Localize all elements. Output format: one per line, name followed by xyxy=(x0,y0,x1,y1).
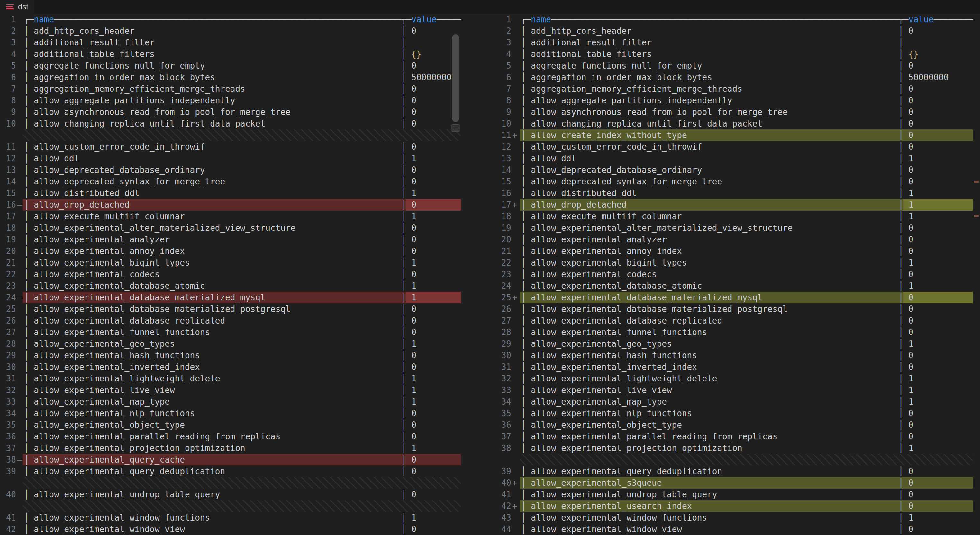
diff-line-row[interactable]: 5│ aggregate_functions_null_for_empty│ 0 xyxy=(0,60,490,72)
diff-line-row[interactable]: 15│ allow_distributed_ddl│ 1 xyxy=(0,187,490,199)
diff-line-row[interactable]: 36│ allow_experimental_parallel_reading_… xyxy=(0,431,490,442)
diff-line-row[interactable]: 38—│ allow_experimental_query_cache│ 0 xyxy=(0,454,490,465)
diff-line-row[interactable]: 15│ allow_deprecated_syntax_for_merge_tr… xyxy=(492,176,980,187)
diff-line-row[interactable]: 39│ allow_experimental_query_deduplicati… xyxy=(492,465,980,477)
table-header-row[interactable]: 1┌─name─────────────────────────────────… xyxy=(492,14,980,25)
diff-line-row[interactable]: 27│ allow_experimental_funnel_functions│… xyxy=(0,326,490,338)
diff-line-row[interactable]: 17+│ allow_drop_detached│ 1 xyxy=(492,199,980,211)
diff-line-row[interactable]: 39│ allow_experimental_query_deduplicati… xyxy=(0,465,490,477)
diff-line-row[interactable]: 9│ allow_asynchronous_read_from_io_pool_… xyxy=(0,106,490,118)
diff-line-row[interactable]: 41│ allow_experimental_undrop_table_quer… xyxy=(492,489,980,500)
diff-line-row[interactable]: 26│ allow_experimental_database_replicat… xyxy=(0,315,490,326)
diff-line-row[interactable]: 28│ allow_experimental_funnel_functions│… xyxy=(492,326,980,338)
diff-line-row[interactable]: 16—│ allow_drop_detached│ 0 xyxy=(0,199,490,211)
diff-line-row[interactable]: 37│ allow_experimental_projection_optimi… xyxy=(0,442,490,454)
line-content: │ allow_experimental_codecs│ 0 xyxy=(24,268,461,280)
diff-line-row[interactable]: 32│ allow_experimental_live_view│ 1 xyxy=(0,384,490,396)
diff-line-row[interactable]: 23│ allow_experimental_database_atomic│ … xyxy=(0,280,490,292)
diff-line-row[interactable]: 25│ allow_experimental_database_material… xyxy=(0,303,490,315)
diff-line-row[interactable]: 21│ allow_experimental_bigint_types│ 1 xyxy=(0,257,490,268)
line-content: │ allow_experimental_undrop_table_query│… xyxy=(24,489,461,500)
diff-line-row[interactable]: 14│ allow_deprecated_syntax_for_merge_tr… xyxy=(0,176,490,187)
diff-line-row[interactable]: 20│ allow_experimental_annoy_index│ 0 xyxy=(0,245,490,257)
value-cell: │ 1 xyxy=(898,384,913,396)
diff-line-row[interactable]: 36│ allow_experimental_object_type│ 0 xyxy=(492,419,980,431)
diff-line-row[interactable]: 31│ allow_experimental_lightweight_delet… xyxy=(0,373,490,384)
diff-line-row[interactable]: 38│ allow_experimental_projection_optimi… xyxy=(492,442,980,454)
diff-line-row[interactable]: 8│ allow_aggregate_partitions_independen… xyxy=(0,95,490,106)
diff-line-row[interactable]: 19│ allow_experimental_alter_materialize… xyxy=(492,222,980,234)
diff-line-row[interactable]: 13│ allow_deprecated_database_ordinary│ … xyxy=(0,164,490,176)
diff-line-row[interactable]: 30│ allow_experimental_hash_functions│ 0 xyxy=(492,350,980,361)
diff-line-row[interactable]: 26│ allow_experimental_database_material… xyxy=(492,303,980,315)
diff-line-row[interactable]: 5│ aggregate_functions_null_for_empty│ 0 xyxy=(492,60,980,72)
diff-line-row[interactable]: 10│ allow_changing_replica_until_first_d… xyxy=(492,118,980,129)
diff-line-row[interactable]: 27│ allow_experimental_database_replicat… xyxy=(492,315,980,326)
diff-line-row[interactable]: 41│ allow_experimental_window_functions│… xyxy=(0,512,490,524)
diff-line-row[interactable]: 40│ allow_experimental_undrop_table_quer… xyxy=(0,489,490,500)
diff-line-row[interactable]: 29│ allow_experimental_hash_functions│ 0 xyxy=(0,350,490,361)
diff-line-row[interactable]: 6│ aggregation_in_order_max_block_bytes│… xyxy=(0,72,490,83)
diff-line-row[interactable]: 28│ allow_experimental_geo_types│ 1 xyxy=(0,338,490,350)
diff-line-row[interactable]: 2│ add_http_cors_header│ 0 xyxy=(0,25,490,37)
diff-line-row[interactable]: 23│ allow_experimental_codecs│ 0 xyxy=(492,268,980,280)
diff-line-row[interactable]: 11+│ allow_create_index_without_type│ 0 xyxy=(492,129,980,141)
diff-line-row[interactable]: 34│ allow_experimental_map_type│ 1 xyxy=(492,396,980,407)
diff-line-row[interactable]: 31│ allow_experimental_inverted_index│ 0 xyxy=(492,361,980,373)
diff-line-row[interactable]: 21│ allow_experimental_annoy_index│ 0 xyxy=(492,245,980,257)
diff-line-row[interactable]: 11│ allow_custom_error_code_in_throwif│ … xyxy=(0,141,490,153)
diff-line-row[interactable]: 12│ allow_custom_error_code_in_throwif│ … xyxy=(492,141,980,153)
diff-line-row[interactable]: 4│ additional_table_filters│ {} xyxy=(492,48,980,60)
setting-name: │ allow_experimental_parallel_reading_fr… xyxy=(24,432,280,441)
diff-line-row[interactable]: 17│ allow_execute_multiif_columnar│ 1 xyxy=(0,211,490,222)
diff-line-row[interactable]: 12│ allow_ddl│ 1 xyxy=(0,153,490,164)
diff-line-row[interactable]: 13│ allow_ddl│ 1 xyxy=(492,153,980,164)
diff-line-row[interactable]: 18│ allow_execute_multiif_columnar│ 1 xyxy=(492,211,980,222)
overview-ruler[interactable] xyxy=(972,14,980,535)
diff-line-row[interactable]: 29│ allow_experimental_geo_types│ 1 xyxy=(492,338,980,350)
diff-line-row[interactable]: 33│ allow_experimental_live_view│ 1 xyxy=(492,384,980,396)
diff-line-row[interactable]: 24│ allow_experimental_database_atomic│ … xyxy=(492,280,980,292)
diff-line-row[interactable]: 7│ aggregation_memory_efficient_merge_th… xyxy=(492,83,980,95)
diff-line-row[interactable]: 8│ allow_aggregate_partitions_independen… xyxy=(492,95,980,106)
diff-line-row[interactable]: 6│ aggregation_in_order_max_block_bytes│… xyxy=(492,72,980,83)
diff-line-row[interactable]: 16│ allow_distributed_ddl│ 1 xyxy=(492,187,980,199)
diff-line-row[interactable]: 33│ allow_experimental_map_type│ 1 xyxy=(0,396,490,407)
diff-line-row[interactable]: 24—│ allow_experimental_database_materia… xyxy=(0,292,490,303)
diff-line-row[interactable]: 43│ allow_experimental_window_functions│… xyxy=(492,512,980,524)
diff-line-row[interactable]: 30│ allow_experimental_inverted_index│ 0 xyxy=(0,361,490,373)
diff-line-row[interactable]: 35│ allow_experimental_nlp_functions│ 0 xyxy=(492,407,980,419)
diff-line-row[interactable]: 34│ allow_experimental_nlp_functions│ 0 xyxy=(0,407,490,419)
diff-line-row[interactable]: 14│ allow_deprecated_database_ordinary│ … xyxy=(492,164,980,176)
value-cell: │ 1 xyxy=(401,384,416,396)
line-content: │ allow_deprecated_syntax_for_merge_tree… xyxy=(521,176,973,187)
diff-line-row[interactable]: 10│ allow_changing_replica_until_first_d… xyxy=(0,118,490,129)
diff-line-row[interactable]: 19│ allow_experimental_analyzer│ 0 xyxy=(0,234,490,245)
diff-line-row[interactable]: 2│ add_http_cors_header│ 0 xyxy=(492,25,980,37)
table-header-row[interactable]: 1┌─name─────────────────────────────────… xyxy=(0,14,490,25)
diff-line-row[interactable]: 44│ allow_experimental_window_view│ 0 xyxy=(492,524,980,535)
tab-dst[interactable]: dst xyxy=(0,0,34,14)
diff-line-row[interactable]: 35│ allow_experimental_object_type│ 0 xyxy=(0,419,490,431)
diff-line-row[interactable]: 7│ aggregation_memory_efficient_merge_th… xyxy=(0,83,490,95)
line-content: │ allow_experimental_s3queue│ 0 xyxy=(521,477,973,489)
diff-line-row[interactable]: 40+│ allow_experimental_s3queue│ 0 xyxy=(492,477,980,489)
diff-line-row[interactable]: 22│ allow_experimental_bigint_types│ 1 xyxy=(492,257,980,268)
diff-line-row[interactable]: 32│ allow_experimental_lightweight_delet… xyxy=(492,373,980,384)
diff-line-row[interactable]: 42│ allow_experimental_window_view│ 0 xyxy=(0,524,490,535)
diff-line-row[interactable]: 20│ allow_experimental_analyzer│ 0 xyxy=(492,234,980,245)
left-scrollbar-thumb[interactable] xyxy=(452,34,459,122)
value-cell: │ 1 xyxy=(401,257,416,268)
diff-line-row[interactable]: 42+│ allow_experimental_usearch_index│ 0 xyxy=(492,500,980,512)
diff-line-row[interactable]: 22│ allow_experimental_codecs│ 0 xyxy=(0,268,490,280)
value-cell: │ 0 xyxy=(898,419,913,431)
diff-line-row[interactable]: 9│ allow_asynchronous_read_from_io_pool_… xyxy=(492,106,980,118)
diff-line-row[interactable]: 3│ additional_result_filter│ xyxy=(0,37,490,48)
diff-line-row[interactable]: 4│ additional_table_filters│ {} xyxy=(0,48,490,60)
scrollbar-grip[interactable] xyxy=(451,124,460,132)
diff-line-row[interactable]: 25+│ allow_experimental_database_materia… xyxy=(492,292,980,303)
table-border: ──────────────────────────────────────── xyxy=(437,14,461,24)
diff-line-row[interactable]: 18│ allow_experimental_alter_materialize… xyxy=(0,222,490,234)
diff-line-row[interactable]: 3│ additional_result_filter│ xyxy=(492,37,980,48)
diff-line-row[interactable]: 37│ allow_experimental_parallel_reading_… xyxy=(492,431,980,442)
